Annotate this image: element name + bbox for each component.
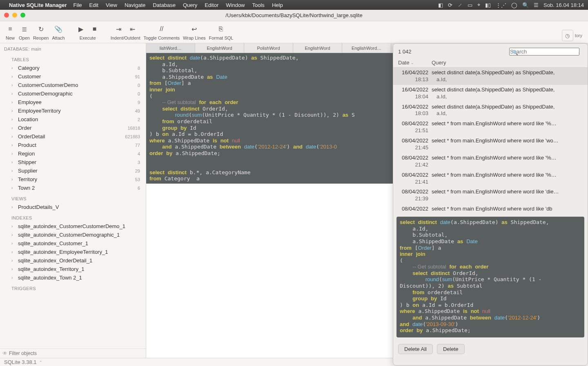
history-header: Date⌄ Query [393,58,588,68]
close-button[interactable] [4,13,9,18]
tree-item[interactable]: ›Shipper3 [0,158,146,166]
history-row[interactable]: 16/04/202218:04select distinct date(a.Sh… [393,85,588,102]
history-row[interactable]: 08/04/202221:51select * from main.Englis… [393,119,588,136]
tree-item[interactable]: ›CustomerDemographic0 [0,89,146,98]
tree-item[interactable]: ›Customer91 [0,72,146,81]
tree-item[interactable]: ›ProductDetails_V [0,203,146,211]
editor-tab[interactable]: lishWord… [146,43,195,53]
chevron-right-icon: › [11,134,16,139]
wifi-icon[interactable]: ⋮⋰ [496,2,506,8]
tree-item[interactable]: ›CustomerCustomerDemo0 [0,81,146,89]
chevron-down-icon: ⌄ [411,61,414,65]
sort-date[interactable]: Date [398,60,409,66]
tree-item[interactable]: ›sqlite_autoindex_Customer_1 [0,239,146,248]
wrap-lines-button[interactable]: ↩Wrap Lines [181,23,207,41]
tree-item[interactable]: ›OrderDetail621883 [0,132,146,141]
bluetooth-icon[interactable]: ⌖ [477,2,480,8]
history-search-input[interactable] [509,48,579,55]
sync-icon[interactable]: ⟳ [448,2,452,8]
tree-item[interactable]: ›Employee9 [0,98,146,106]
open-button[interactable]: ≣Open [17,23,31,41]
menu-edit[interactable]: Edit [89,2,98,8]
display-icon[interactable]: ▭ [468,2,472,8]
history-row[interactable]: 08/04/202221:42select * from main.Englis… [393,153,588,170]
menu-tools[interactable]: Tools [252,2,265,8]
maximize-button[interactable] [20,13,25,18]
filter-input[interactable] [9,350,143,356]
menu-window[interactable]: Window [226,2,245,8]
user-icon[interactable]: ◯ [511,2,517,8]
tree-item[interactable]: ›sqlite_autoindex_CustomerDemographic_1 [0,231,146,239]
menu-help[interactable]: Help [272,2,283,8]
tree-item[interactable]: ›Category8 [0,64,146,72]
tree-item[interactable]: ›sqlite_autoindex_CustomerCustomerDemo_1 [0,222,146,231]
app-name[interactable]: Native SQLite Manager [9,2,67,8]
history-row[interactable]: 08/04/2022select * from main EnglishWord… [393,204,588,214]
attach-button[interactable]: 📎Attach [50,23,66,41]
indent-button[interactable]: ⇥⇤Indent/Outdent [109,23,142,41]
chevron-right-icon: › [11,160,16,164]
execute-button[interactable]: ▶■Execute [74,23,102,41]
chevron-right-icon: › [11,117,16,122]
tables-section: TABLES [0,53,146,64]
clock[interactable]: Sob. 16.04 18:14 [543,2,584,8]
chevron-right-icon: › [11,100,16,104]
delete-all-button[interactable]: Delete All [398,344,433,354]
menu-navigate[interactable]: Navigate [125,2,145,8]
menu-query[interactable]: Query [183,2,197,8]
views-section: VIEWS [0,192,146,203]
open-icon: ≣ [19,24,29,33]
editor-tab[interactable]: EnglishWord [293,43,342,53]
menu-view[interactable]: View [106,2,117,8]
object-tree[interactable]: TABLES ›Category8›Customer91›CustomerCus… [0,53,146,348]
history-count: 1 042 [398,49,412,55]
chevron-right-icon: › [11,275,16,280]
history-label-clip: tory [575,33,582,38]
tree-item[interactable]: ›Location2 [0,115,146,124]
filter-bar: 👁 [0,348,146,358]
sort-query[interactable]: Query [432,60,583,66]
new-button[interactable]: ≡New [3,23,17,41]
history-row[interactable]: 16/04/202218:13select distinct date(a.Sh… [393,68,588,85]
tree-item[interactable]: ›EmployeeTerritory49 [0,106,146,115]
tree-item[interactable]: ›sqlite_autoindex_EmployeeTerritory_1 [0,248,146,256]
spotlight-icon[interactable]: 🔍 [522,2,529,8]
chevron-right-icon: › [11,91,16,96]
tree-item[interactable]: ›sqlite_autoindex_OrderDetail_1 [0,256,146,265]
chevron-right-icon: › [11,169,16,173]
history-row[interactable]: 08/04/202221:41select * from main.Englis… [393,170,588,187]
history-row[interactable]: 08/04/202221:45select * from main.Englis… [393,136,588,153]
chevron-icon[interactable]: ⌃ [39,360,42,364]
format-sql-button[interactable]: ⎘Format SQL [207,23,235,41]
history-row[interactable]: 08/04/202221:39select * from main.Englis… [393,187,588,204]
menu-file[interactable]: File [74,2,82,8]
tree-item[interactable]: ›Supplier29 [0,166,146,175]
tree-item[interactable]: ›Region4 [0,149,146,158]
history-button[interactable]: ◷ [562,30,573,41]
tree-item[interactable]: ›sqlite_autoindex_Town 2_1 [0,273,146,282]
reopen-icon: ↻ [36,24,46,33]
editor-tab[interactable]: EnglishWord… [342,43,391,53]
tree-item[interactable]: ›Town 26 [0,184,146,192]
disabled-icon[interactable]: ⟋ [457,2,463,8]
control-center-icon[interactable]: ☰ [534,2,539,8]
history-row[interactable]: 16/04/202218:03select distinct date(a.Sh… [393,102,588,119]
docker-icon[interactable]: ◧ [438,2,443,8]
editor-tab[interactable]: PolishWord [244,43,293,53]
chevron-right-icon: › [11,83,16,87]
toggle-comments-button[interactable]: //Toggle Comments [142,23,181,41]
tree-item[interactable]: ›sqlite_autoindex_Territory_1 [0,265,146,273]
minimize-button[interactable] [12,13,17,18]
menu-database[interactable]: Database [153,2,176,8]
history-list[interactable]: 16/04/202218:13select distinct date(a.Sh… [393,68,588,214]
tree-item[interactable]: ›Order16818 [0,124,146,132]
menu-editor[interactable]: Editor [205,2,218,8]
chevron-right-icon: › [11,186,16,190]
tree-item[interactable]: ›Product77 [0,141,146,149]
editor-tab[interactable]: EnglishWord [195,43,244,53]
delete-button[interactable]: Delete [437,344,465,354]
format-icon: ⎘ [216,24,226,33]
tree-item[interactable]: ›Territory53 [0,175,146,184]
battery-icon[interactable]: ▮▯ [485,2,491,8]
reopen-button[interactable]: ↻Reopen [31,23,51,41]
